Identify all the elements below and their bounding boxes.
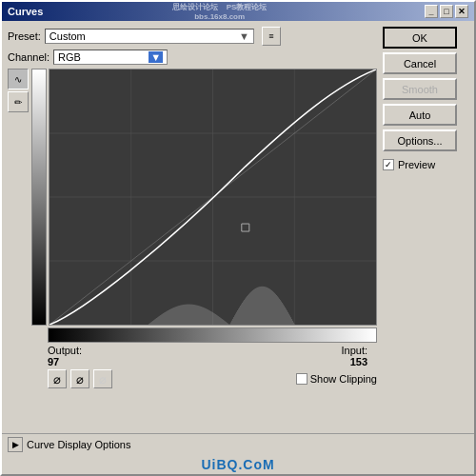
options-button[interactable]: Options...	[383, 129, 457, 151]
white-point-eyedropper[interactable]: ⌀	[93, 369, 112, 388]
input-gradient-bar	[48, 327, 377, 343]
preview-row: ✓ Preview	[383, 159, 468, 170]
gray-point-eyedropper[interactable]: ⌀	[70, 369, 89, 388]
dialog-body: Preset: Custom ▼ ≡ Channel: RGB ▼ ∿	[2, 21, 474, 433]
close-button[interactable]: ✕	[455, 5, 468, 18]
expand-icon[interactable]: ▶	[8, 437, 23, 452]
options-icon[interactable]: ≡	[262, 27, 281, 46]
right-panel: OK Cancel Smooth Auto Options... ✓ Previ…	[383, 27, 468, 427]
input-section: Input: 153	[341, 345, 377, 367]
preset-select[interactable]: Custom ▼	[45, 29, 254, 44]
show-clipping-checkbox[interactable]	[296, 373, 307, 385]
curve-display-options-label: Curve Display Options	[27, 439, 130, 450]
show-clipping-row: Show Clipping	[296, 373, 377, 385]
preset-label: Preset:	[8, 30, 41, 42]
auto-button[interactable]: Auto	[383, 104, 457, 126]
output-value: 97	[48, 356, 82, 367]
curve-tools: ∿ ✏	[8, 69, 29, 112]
title-bar-buttons: _ □ ✕	[425, 5, 468, 18]
eyedropper-row: ⌀ ⌀ ⌀ Show Clipping	[48, 369, 377, 388]
curve-canvas[interactable]	[50, 69, 376, 325]
curve-tool-button[interactable]: ∿	[8, 69, 29, 89]
input-value: 153	[350, 356, 367, 367]
output-section: Output: 97	[48, 345, 82, 367]
dialog-title: Curves	[8, 6, 43, 17]
pencil-tool-button[interactable]: ✏	[8, 91, 29, 112]
minimize-button[interactable]: _	[425, 5, 438, 18]
show-clipping-label: Show Clipping	[310, 373, 377, 385]
uibq-watermark: UiBQ.CoM	[2, 455, 474, 474]
channel-select[interactable]: RGB ▼	[53, 50, 168, 65]
input-label: Input:	[341, 345, 367, 356]
curve-canvas-area[interactable]	[49, 69, 377, 326]
preview-checkbox[interactable]: ✓	[383, 159, 394, 170]
curve-display-options-bar: ▶ Curve Display Options	[2, 433, 474, 455]
output-input-row: Output: 97 Input: 153	[31, 345, 377, 367]
preview-label: Preview	[398, 159, 435, 170]
black-point-eyedropper[interactable]: ⌀	[48, 369, 67, 388]
curves-dialog: Curves 思绘设计论坛 PS教程论坛bbs.16x8.com _ □ ✕ P…	[0, 0, 476, 476]
title-bar: Curves 思绘设计论坛 PS教程论坛bbs.16x8.com _ □ ✕	[2, 2, 474, 21]
ok-button[interactable]: OK	[383, 27, 457, 49]
output-gradient-bar	[31, 69, 47, 326]
output-label: Output:	[48, 345, 82, 356]
preset-row: Preset: Custom ▼ ≡	[8, 27, 377, 46]
channel-row: Channel: RGB ▼	[8, 50, 377, 65]
channel-label: Channel:	[8, 51, 50, 63]
cancel-button[interactable]: Cancel	[383, 52, 457, 74]
smooth-button[interactable]: Smooth	[383, 78, 457, 100]
left-panel: Preset: Custom ▼ ≡ Channel: RGB ▼ ∿	[8, 27, 377, 427]
maximize-button[interactable]: □	[440, 5, 453, 18]
